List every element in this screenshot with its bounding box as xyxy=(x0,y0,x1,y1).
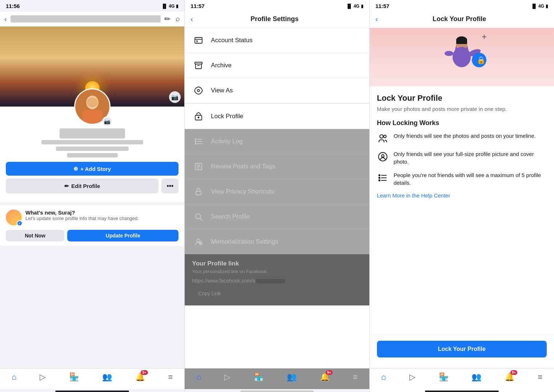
svg-text:+: + xyxy=(482,32,487,41)
profile-header-bar: ‹ ✏ ⌕ xyxy=(0,12,184,27)
whats-new-badge: + xyxy=(17,220,23,226)
bottom-nav-p3: ⌂ ▷ 🏪 👥 🔔 9+ ≡ xyxy=(370,368,554,389)
nav-video-p1[interactable]: ▷ xyxy=(40,372,46,382)
lock-profile-header-title: Lock Your Profile xyxy=(384,15,535,23)
update-profile-button[interactable]: Update Profile xyxy=(67,230,178,241)
nav-friends-p1[interactable]: 👥 xyxy=(102,372,112,382)
whats-new-card: + What's new, Suraj? Let's update some p… xyxy=(0,205,184,246)
lock-how-title: How Locking Works xyxy=(377,119,547,127)
status-time-p2: 11:57 xyxy=(190,3,204,9)
svg-point-34 xyxy=(453,47,471,67)
person-circle-icon xyxy=(377,151,389,163)
notification-badge-p3: 9+ xyxy=(510,370,517,375)
nav-home-p2[interactable]: ⌂ xyxy=(196,372,201,382)
activity-log-icon xyxy=(192,135,205,148)
dark-section: Activity Log Review Posts and Tags xyxy=(185,129,369,305)
plus-icon: ⊕ xyxy=(73,165,78,172)
search-icon-p1[interactable]: ⌕ xyxy=(176,15,180,23)
signal-icon-p2: ▐▌ 4G xyxy=(346,4,359,9)
more-options-button[interactable]: ••• xyxy=(161,179,178,193)
settings-item-memorial[interactable]: Memorialization Settings xyxy=(185,229,369,254)
signal-icon-p3: ▐▌ 4G xyxy=(531,4,544,9)
lock-your-profile-button[interactable]: Lock Your Profile xyxy=(377,341,547,357)
profile-header-icons: ✏ ⌕ xyxy=(164,15,180,23)
bottom-nav-p1: ⌂ ▷ 🏪 👥 🔔 9+ ≡ xyxy=(0,368,184,389)
nav-notifications-p2[interactable]: 🔔 9+ xyxy=(320,372,330,382)
nav-marketplace-p2[interactable]: 🏪 xyxy=(254,372,264,382)
friends-icon xyxy=(377,133,389,144)
edit-profile-label: Edit Profile xyxy=(71,183,100,189)
svg-point-43 xyxy=(381,155,384,157)
settings-item-view-as[interactable]: View As xyxy=(185,78,369,103)
nav-marketplace-p1[interactable]: 🏪 xyxy=(69,372,79,382)
settings-item-account-status[interactable]: Account Status xyxy=(185,28,369,53)
settings-item-activity-log[interactable]: Activity Log xyxy=(185,129,369,154)
help-center-link[interactable]: Learn More in the Help Center xyxy=(377,192,547,199)
avatar-camera-icon[interactable]: 📷 xyxy=(102,116,112,127)
copy-link-button[interactable]: Copy Link xyxy=(192,287,227,300)
lock-feature-1-text: Only friends will see the photos and pos… xyxy=(394,132,536,140)
svg-point-18 xyxy=(195,143,196,144)
battery-icon-p2: ▮ xyxy=(361,4,364,9)
nav-home-p1[interactable]: ⌂ xyxy=(12,372,16,382)
search-profile-icon xyxy=(192,210,205,223)
whats-new-title: What's new, Suraj? xyxy=(25,209,139,216)
nav-marketplace-p3[interactable]: 🏪 xyxy=(439,372,449,382)
back-icon-p1[interactable]: ‹ xyxy=(4,15,7,23)
profile-display-name xyxy=(6,128,178,139)
svg-point-10 xyxy=(197,89,200,92)
profile-link-url: https://www.facebook.com/s xyxy=(192,278,362,284)
settings-item-search-profile[interactable]: Search Profile xyxy=(185,204,369,229)
lock-page-title: Lock Your Profile xyxy=(377,93,547,103)
nav-menu-p2[interactable]: ≡ xyxy=(353,372,358,382)
memorial-icon xyxy=(192,235,205,248)
whats-new-top: + What's new, Suraj? Let's update some p… xyxy=(6,209,178,225)
cover-camera-icon[interactable]: 📷 xyxy=(169,91,181,103)
nav-notifications-p3[interactable]: 🔔 9+ xyxy=(505,372,514,382)
status-bar-p1: 11:56 ▐▌ 4G ▮ xyxy=(0,0,184,11)
status-time-p3: 11:57 xyxy=(376,3,389,9)
add-story-label: + Add Story xyxy=(80,166,111,172)
account-status-icon xyxy=(192,34,205,47)
svg-point-48 xyxy=(379,177,380,179)
update-profile-label: Update Profile xyxy=(106,233,140,239)
nav-video-p3[interactable]: ▷ xyxy=(409,372,416,382)
settings-item-lock-profile[interactable]: Lock Profile xyxy=(185,103,369,129)
whats-new-text: What's new, Suraj? Let's update some pro… xyxy=(25,209,139,221)
settings-title: Profile Settings xyxy=(199,15,350,23)
lock-feature-2: Only friends will see your full-size pro… xyxy=(377,150,547,165)
nav-menu-p3[interactable]: ≡ xyxy=(538,372,542,382)
privacy-shortcuts-icon xyxy=(192,185,205,198)
plus-badge-icon: + xyxy=(19,221,21,225)
search-profile-label: Search Profile xyxy=(211,213,250,220)
settings-item-privacy-shortcuts[interactable]: View Privacy Shortcuts xyxy=(185,179,369,204)
panel-profile: 11:56 ▐▌ 4G ▮ ‹ ✏ ⌕ 📷 xyxy=(0,0,184,392)
svg-line-25 xyxy=(200,219,202,221)
edit-icon-p1[interactable]: ✏ xyxy=(164,15,170,23)
home-indicator-p3 xyxy=(425,391,499,392)
settings-item-archive[interactable]: Archive xyxy=(185,53,369,78)
archive-icon xyxy=(192,59,205,72)
signal-icon-p1: ▐▌ 4G xyxy=(161,4,174,9)
not-now-button[interactable]: Not Now xyxy=(6,230,64,241)
settings-item-review-posts[interactable]: Review Posts and Tags xyxy=(185,154,369,179)
lock-illustration-svg: + 🔒 xyxy=(425,32,498,83)
nav-video-p2[interactable]: ▷ xyxy=(224,372,230,382)
profile-avatar-wrap: 📷 xyxy=(74,88,111,125)
back-arrow-p3[interactable]: ‹ xyxy=(376,15,378,23)
status-icons-p2: ▐▌ 4G ▮ xyxy=(346,4,363,9)
back-arrow-p2[interactable]: ‹ xyxy=(190,15,193,23)
profile-link-sub: Your personalized link on Facebook. xyxy=(192,269,362,274)
whats-new-avatar: + xyxy=(6,209,22,225)
nav-notifications-p1[interactable]: 🔔 9+ xyxy=(135,372,145,382)
nav-home-p3[interactable]: ⌂ xyxy=(381,372,386,382)
edit-profile-button[interactable]: ✏ Edit Profile xyxy=(6,179,158,193)
nav-friends-p3[interactable]: 👥 xyxy=(471,372,481,382)
nav-menu-p1[interactable]: ≡ xyxy=(168,372,173,382)
nav-friends-p2[interactable]: 👥 xyxy=(287,372,297,382)
status-time-p1: 11:56 xyxy=(6,3,20,9)
svg-point-47 xyxy=(379,175,380,176)
profile-bio xyxy=(6,140,178,157)
add-story-button[interactable]: ⊕ + Add Story xyxy=(6,162,178,176)
review-posts-icon xyxy=(192,160,205,173)
